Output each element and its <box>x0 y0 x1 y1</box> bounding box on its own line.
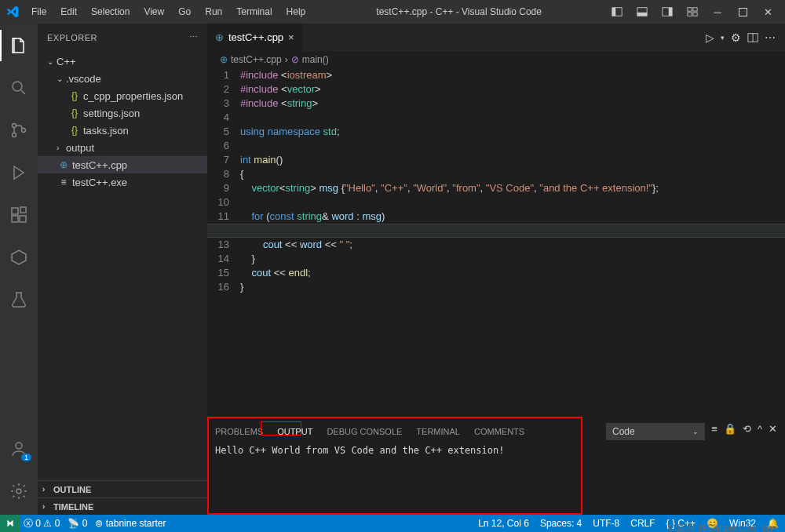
file-settings-json[interactable]: {}settings.json <box>38 104 207 122</box>
window-title: testC++.cpp - C++ - Visual Studio Code <box>312 6 606 17</box>
file-tasks-json[interactable]: {}tasks.json <box>38 122 207 139</box>
breadcrumb[interactable]: ⊕ testC++.cpp › ⊘ main() <box>207 51 785 68</box>
cpp-file-icon: ⊕ <box>215 31 224 43</box>
menu-go[interactable]: Go <box>172 3 197 20</box>
svg-point-14 <box>22 129 26 133</box>
svg-rect-15 <box>12 208 18 214</box>
status-spaces[interactable]: Spaces: 4 <box>540 518 582 529</box>
outline-section[interactable]: ›OUTLINE <box>38 480 207 497</box>
svg-rect-9 <box>693 13 697 16</box>
file-tree: ⌄C++ ⌄.vscode {}c_cpp_properties.json {}… <box>38 51 207 480</box>
explorer-title: EXPLORER <box>47 33 97 42</box>
layout-secondary-icon[interactable] <box>656 1 678 23</box>
svg-rect-16 <box>12 216 18 222</box>
status-ports[interactable]: 📡 0 <box>68 518 87 529</box>
panel-tab-comments[interactable]: COMMENTS <box>474 427 524 436</box>
output-lock-icon[interactable]: 🔒 <box>724 423 736 435</box>
status-eol[interactable]: CRLF <box>630 518 655 529</box>
output-clear-icon[interactable]: ⟲ <box>743 423 751 435</box>
breadcrumb-file[interactable]: testC++.cpp <box>231 54 282 65</box>
svg-rect-1 <box>612 8 615 16</box>
activity-source-control-icon[interactable] <box>0 115 38 146</box>
menu-view[interactable]: View <box>137 3 170 20</box>
status-encoding[interactable]: UTF-8 <box>593 518 619 529</box>
editor-more-icon[interactable]: ⋯ <box>765 31 776 44</box>
layout-panel-icon[interactable] <box>631 1 653 23</box>
accounts-badge: 1 <box>21 454 31 461</box>
panel-tab-debug-console[interactable]: DEBUG CONSOLE <box>327 427 402 436</box>
layout-primary-icon[interactable] <box>606 1 628 23</box>
code-editor[interactable]: 12345678910111213141516 #include <iostre… <box>207 68 785 417</box>
symbol-icon: ⊘ <box>291 54 299 65</box>
panel-tab-output[interactable]: OUTPUT <box>277 427 312 436</box>
svg-rect-7 <box>693 8 697 11</box>
svg-point-11 <box>13 82 22 91</box>
menu-terminal[interactable]: Terminal <box>230 3 278 20</box>
activity-extensions-icon[interactable] <box>0 199 38 231</box>
panel-close-icon[interactable]: ✕ <box>769 423 777 435</box>
explorer-sidebar: EXPLORER ⋯ ⌄C++ ⌄.vscode {}c_cpp_propert… <box>38 24 207 515</box>
window-minimize-icon[interactable]: ─ <box>706 1 728 23</box>
menu-edit[interactable]: Edit <box>54 3 83 20</box>
status-tabnine[interactable]: ⊚ tabnine starter <box>95 518 166 529</box>
panel-tab-terminal[interactable]: TERMINAL <box>416 427 460 436</box>
customize-layout-icon[interactable] <box>681 1 703 23</box>
minimap[interactable] <box>738 68 785 417</box>
menu-selection[interactable]: Selection <box>85 3 136 20</box>
panel-maximize-icon[interactable]: ^ <box>758 423 762 435</box>
window-close-icon[interactable]: ✕ <box>757 1 779 23</box>
editor-settings-icon[interactable]: ⚙ <box>731 31 741 44</box>
remote-indicator[interactable] <box>0 515 20 532</box>
svg-rect-17 <box>20 216 26 222</box>
menu-help[interactable]: Help <box>280 3 312 20</box>
menu-run[interactable]: Run <box>199 3 228 20</box>
file-c-cpp-properties[interactable]: {}c_cpp_properties.json <box>38 87 207 104</box>
activity-run-debug-icon[interactable] <box>0 157 38 188</box>
activity-search-icon[interactable] <box>0 72 38 104</box>
activity-bar: 1 <box>0 24 38 515</box>
explorer-more-icon[interactable]: ⋯ <box>189 32 199 42</box>
svg-rect-6 <box>688 8 692 11</box>
svg-rect-10 <box>739 8 747 16</box>
output-filter-icon[interactable]: ≡ <box>711 423 717 435</box>
status-cursor-position[interactable]: Ln 12, Col 6 <box>478 518 529 529</box>
breadcrumb-symbol[interactable]: main() <box>302 54 329 65</box>
folder-vscode[interactable]: ⌄.vscode <box>38 70 207 87</box>
svg-point-13 <box>13 133 16 137</box>
output-content: Hello C++ World from VS Code and the C++… <box>215 440 590 456</box>
svg-point-12 <box>13 124 16 128</box>
bottom-panel: PROBLEMS OUTPUT DEBUG CONSOLE TERMINAL C… <box>207 417 785 515</box>
svg-rect-3 <box>637 13 647 16</box>
file-testcpp-exe[interactable]: ≡testC++.exe <box>38 173 207 191</box>
svg-rect-8 <box>688 13 692 16</box>
tab-testcpp[interactable]: ⊕ testC++.cpp × <box>207 24 303 51</box>
activity-settings-icon[interactable] <box>0 476 38 507</box>
split-editor-icon[interactable] <box>747 32 758 43</box>
cpp-file-icon: ⊕ <box>220 54 228 65</box>
activity-remote-icon[interactable] <box>0 242 38 273</box>
watermark: CSDN @Cappuccino_jay <box>668 523 774 532</box>
svg-point-20 <box>16 489 21 494</box>
folder-output[interactable]: ›output <box>38 139 207 156</box>
vscode-logo-icon <box>6 5 19 18</box>
status-bar: ⓧ 0 ⚠ 0 📡 0 ⊚ tabnine starter Ln 12, Col… <box>0 515 785 532</box>
file-testcpp-cpp[interactable]: ⊕testC++.cpp <box>38 156 207 173</box>
activity-explorer-icon[interactable] <box>0 30 38 61</box>
panel-tab-problems[interactable]: PROBLEMS <box>215 427 263 436</box>
folder-root[interactable]: ⌄C++ <box>38 53 207 70</box>
menu-file[interactable]: File <box>25 3 53 20</box>
svg-rect-5 <box>669 8 672 16</box>
status-errors[interactable]: ⓧ 0 ⚠ 0 <box>24 517 60 530</box>
editor-tabs: ⊕ testC++.cpp × ▷ ▾ ⚙ ⋯ <box>207 24 785 51</box>
svg-rect-18 <box>20 207 26 213</box>
timeline-section[interactable]: ›TIMELINE <box>38 497 207 515</box>
activity-accounts-icon[interactable]: 1 <box>0 433 38 465</box>
window-maximize-icon[interactable] <box>732 1 754 23</box>
run-dropdown-icon[interactable]: ▾ <box>721 34 725 42</box>
run-button-icon[interactable]: ▷ <box>706 31 714 44</box>
titlebar: File Edit Selection View Go Run Terminal… <box>0 0 785 24</box>
tab-close-icon[interactable]: × <box>288 31 294 43</box>
activity-test-icon[interactable] <box>0 284 38 315</box>
output-channel-select[interactable]: Code⌄ <box>606 423 705 440</box>
menu-bar: File Edit Selection View Go Run Terminal… <box>25 3 312 20</box>
